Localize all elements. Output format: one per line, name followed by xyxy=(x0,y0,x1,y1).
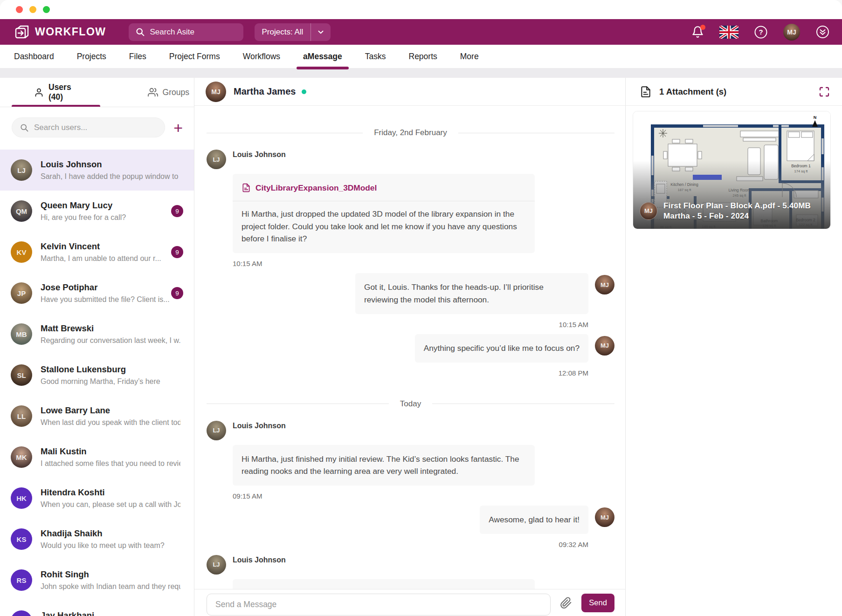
user-name: Khadija Shaikh xyxy=(41,528,183,539)
notifications-button[interactable] xyxy=(691,26,704,38)
message-preview: Would you like to meet up with team? xyxy=(41,541,180,550)
nav-tab-tasks[interactable]: Tasks xyxy=(365,45,386,68)
user-meta: Khadija Shaikh Would you like to meet up… xyxy=(41,528,183,550)
file-attachment-link[interactable]: CityLibraryExpansion_3DModel xyxy=(242,182,526,201)
message-bubble: Anything specific you’d like me to focus… xyxy=(415,334,588,363)
user-list-item[interactable]: KV Kelvin Vincent Martha, I am unable to… xyxy=(0,232,194,273)
language-flag-button[interactable] xyxy=(719,26,738,39)
compass-n-label: N xyxy=(814,115,817,120)
user-name: Matt Brewski xyxy=(41,323,183,334)
nav-tab-more[interactable]: More xyxy=(460,45,479,68)
nav-tab-workflows[interactable]: Workflows xyxy=(243,45,280,68)
close-window-button[interactable] xyxy=(16,6,23,13)
user-list-item[interactable]: SL Stallone Lukensburg Good morning Mart… xyxy=(0,355,194,396)
projects-filter-label: Projects: All xyxy=(255,27,311,37)
user-search-input[interactable] xyxy=(34,123,157,132)
user-name: Queen Mary Lucy xyxy=(41,200,171,211)
window-controls xyxy=(16,6,50,13)
profile-avatar-button[interactable]: MJ xyxy=(783,24,800,41)
message-timestamp: 10:15 AM xyxy=(559,321,588,329)
cube-arrow-logo-icon xyxy=(14,24,30,40)
tab-groups[interactable]: Groups xyxy=(143,78,194,107)
svg-text:245 sq ft: 245 sq ft xyxy=(733,193,747,198)
message-timestamp: 09:32 AM xyxy=(559,541,588,548)
user-meta: Jose Potiphar Have you submitted the fil… xyxy=(41,282,171,304)
divider-line xyxy=(432,404,614,404)
global-search-input[interactable] xyxy=(150,27,237,37)
projects-filter-dropdown[interactable]: Projects: All xyxy=(255,23,331,41)
message-text: Anything specific you’d like me to focus… xyxy=(424,343,580,353)
message-input[interactable] xyxy=(215,600,542,609)
user-list-item[interactable]: JP Jose Potiphar Have you submitted the … xyxy=(0,273,194,314)
minimize-window-button[interactable] xyxy=(29,6,36,13)
user-meta: Hitendra Koshti When you can, please set… xyxy=(41,487,183,509)
sidebar: Users (40) Groups + LJ Louis Johnson Sar… xyxy=(0,78,194,616)
message-input-box[interactable] xyxy=(207,594,551,616)
composer: Send xyxy=(194,589,625,616)
chat-messages[interactable]: Friday, 2nd February LJ Louis Johnson Ci… xyxy=(194,106,625,589)
chevron-down-icon[interactable] xyxy=(311,23,331,41)
message-preview: Martha, I am unable to attend our r... xyxy=(41,254,171,263)
user-list-item[interactable]: HK Hitendra Koshti When you can, please … xyxy=(0,478,194,519)
date-divider-label: Today xyxy=(400,399,421,409)
user-list-item[interactable]: RS Rohit Singh John spoke with Indian te… xyxy=(0,560,194,601)
incoming-message: LJ Louis Johnson CityLibraryExpansion_3D… xyxy=(207,149,614,267)
user-meta: Lowe Barry Lane When last did you speak … xyxy=(41,405,183,427)
message-text: Hi Martha, just finished my initial revi… xyxy=(242,453,526,478)
divider-line xyxy=(233,201,535,201)
header-actions: ? MJ xyxy=(691,24,830,41)
own-avatar: MJ xyxy=(595,507,614,527)
user-list-item[interactable]: QM Queen Mary Lucy Hi, are you free for … xyxy=(0,191,194,232)
expand-attachment-button[interactable] xyxy=(819,86,830,97)
nav-tab-projects[interactable]: Projects xyxy=(77,45,106,68)
more-menu-button[interactable] xyxy=(815,25,830,39)
svg-text:174 sq ft: 174 sq ft xyxy=(794,169,808,173)
global-search[interactable] xyxy=(129,23,243,41)
nav-tab-project-forms[interactable]: Project Forms xyxy=(169,45,220,68)
attachments-panel: 1 Attachment (s) xyxy=(626,78,842,616)
message-bubble: Hi Martha, just finished my initial revi… xyxy=(233,445,535,486)
user-meta: Queen Mary Lucy Hi, are you free for a c… xyxy=(41,200,171,222)
message-preview: When last did you speak with the client … xyxy=(41,418,180,427)
room-label: Bedroom 1 xyxy=(791,164,811,168)
nav-tab-reports[interactable]: Reports xyxy=(409,45,437,68)
user-list-item[interactable]: LJ Louis Johnson Sarah, I have added the… xyxy=(0,150,194,191)
divider-line xyxy=(458,133,614,133)
message-preview: John spoke with Indian team and they req… xyxy=(41,582,180,591)
user-list-item[interactable]: JH Jay Harkhani Could you arrange a pres… xyxy=(0,601,194,616)
message-preview: Regarding our conversation last week, I … xyxy=(41,336,180,345)
user-name: Jay Harkhani xyxy=(41,610,183,616)
svg-text:?: ? xyxy=(759,28,763,36)
attach-file-button[interactable] xyxy=(560,597,572,609)
sidebar-search-row: + xyxy=(12,117,185,137)
document-icon xyxy=(640,86,652,98)
unread-count-badge: 9 xyxy=(171,246,183,258)
user-list-item[interactable]: KS Khadija Shaikh Would you like to meet… xyxy=(0,519,194,560)
tab-users[interactable]: Users (40) xyxy=(21,78,97,107)
avatar: QM xyxy=(11,200,32,222)
sender-name: Louis Johnson xyxy=(233,149,286,159)
user-list: LJ Louis Johnson Sarah, I have added the… xyxy=(0,150,194,616)
user-meta: Stallone Lukensburg Good morning Martha,… xyxy=(41,364,183,386)
sender-name: Louis Johnson xyxy=(233,554,286,564)
user-list-item[interactable]: MK Mali Kustin I attached some files tha… xyxy=(0,437,194,478)
add-user-button[interactable]: + xyxy=(172,120,185,136)
avatar: LJ xyxy=(11,159,32,181)
app-header: WORKFLOW Projects: All ? MJ xyxy=(0,19,842,45)
uploader-avatar: MJ xyxy=(640,202,657,220)
user-meta: Jay Harkhani Could you arrange a present… xyxy=(41,610,183,616)
user-name: Lowe Barry Lane xyxy=(41,405,183,416)
zoom-window-button[interactable] xyxy=(43,6,50,13)
nav-tab-amessage[interactable]: aMessage xyxy=(303,45,342,68)
nav-tab-dashboard[interactable]: Dashboard xyxy=(14,45,54,68)
user-search[interactable] xyxy=(12,117,165,137)
nav-tab-files[interactable]: Files xyxy=(129,45,146,68)
user-list-item[interactable]: MB Matt Brewski Regarding our conversati… xyxy=(0,314,194,355)
attachment-filename: First Floor Plan - Block A.pdf - 5.40MB xyxy=(663,201,811,211)
help-button[interactable]: ? xyxy=(754,25,768,39)
room-label: Living Room xyxy=(728,188,750,192)
send-button[interactable]: Send xyxy=(581,594,614,612)
attachment-thumbnail[interactable]: Kitchen / Dining 187 sq ft Living Room 2… xyxy=(633,111,831,229)
outgoing-message: Anything specific you’d like me to focus… xyxy=(207,334,614,377)
user-list-item[interactable]: LL Lowe Barry Lane When last did you spe… xyxy=(0,396,194,437)
